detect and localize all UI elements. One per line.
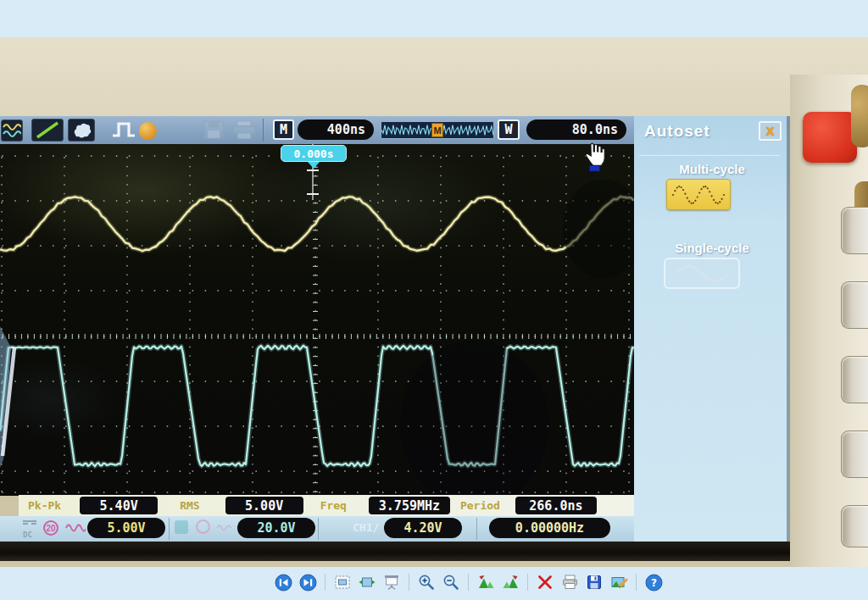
scope-screen <box>0 144 634 496</box>
ch2-scale-readout: 20.0V <box>237 518 315 538</box>
dual-wave-icon <box>3 121 21 140</box>
save-button[interactable] <box>584 571 604 593</box>
slideshow-button[interactable] <box>381 571 402 593</box>
save-status-icon <box>203 120 225 140</box>
zoom-in-button[interactable] <box>416 571 437 593</box>
ch1-wave-icon <box>65 522 86 534</box>
ch2-wave-icon <box>216 522 235 534</box>
edit-icon <box>610 574 628 591</box>
hand-tool-icon <box>68 119 95 142</box>
window-marker: M <box>431 123 443 137</box>
toolbar-separator <box>468 574 469 591</box>
status-separator <box>169 518 170 540</box>
ch1-scale-readout: 5.00V <box>87 518 165 538</box>
help-button[interactable]: ? <box>643 571 664 593</box>
application-window: M 400ns M W 80.0ns 0.000s Pk-Pk 5.40V RM… <box>0 0 868 600</box>
toolbar-separator <box>527 574 528 591</box>
previous-button[interactable] <box>273 571 293 593</box>
question-glyph: ? <box>651 577 657 589</box>
hand-cursor <box>582 142 606 172</box>
scope-side-button <box>841 281 868 329</box>
ch2-coupling-icon <box>175 520 188 534</box>
help-icon: ? <box>645 574 663 592</box>
toolbar-separator <box>409 574 409 591</box>
trigger-position-tag: 0.000s <box>281 145 347 162</box>
coupling-dc-icon: DC <box>23 520 36 541</box>
measurement-value: 3.759MHz <box>369 497 450 514</box>
edit-button[interactable] <box>609 571 629 593</box>
ch2-bandwidth-icon <box>196 519 210 534</box>
trigger-slope-icon <box>31 119 64 142</box>
trigger-level-readout: 4.20V <box>384 518 462 538</box>
measurement-label: Freq <box>320 499 347 512</box>
scope-side-button <box>841 356 868 403</box>
menu-close-button: X <box>759 121 782 141</box>
trigger-source-label: CH1/ <box>353 521 379 534</box>
measurement-label: Period <box>460 499 500 512</box>
waveform-svg <box>0 144 634 496</box>
channels-status-icon <box>1 119 23 142</box>
print-button[interactable] <box>559 571 580 593</box>
autoset-menu: Autoset X Multi-cycle Single-cycle <box>634 116 790 542</box>
next-icon <box>299 574 317 592</box>
fit-to-window-icon <box>334 574 351 591</box>
next-button[interactable] <box>298 571 318 593</box>
actual-size-button[interactable] <box>357 571 377 593</box>
photo-viewport[interactable]: M 400ns M W 80.0ns 0.000s Pk-Pk 5.40V RM… <box>0 37 868 530</box>
delete-x-icon <box>537 574 554 591</box>
measurement-value: 266.0ns <box>515 497 597 514</box>
rotate-left-button[interactable] <box>476 571 496 593</box>
delete-button[interactable] <box>535 571 555 593</box>
zoom-out-icon <box>442 574 459 591</box>
rotate-left-icon <box>477 574 495 591</box>
zoom-in-icon <box>418 574 435 591</box>
status-separator <box>476 518 477 540</box>
scope-red-button <box>803 112 857 163</box>
single-cycle-button <box>664 258 740 289</box>
measurement-label: Pk-Pk <box>28 499 61 512</box>
key-icon <box>162 124 186 136</box>
status-dot-icon <box>139 122 157 140</box>
multi-cycle-label: Multi-cycle <box>634 162 790 176</box>
trigger-position-value: 0.000s <box>294 147 334 160</box>
pulse-icon <box>112 121 136 138</box>
photo-bottom-edge <box>0 561 793 567</box>
close-x-icon: X <box>765 124 774 138</box>
slideshow-icon <box>383 574 400 591</box>
measurement-value: 5.40V <box>80 497 158 514</box>
window-timebase-value: 80.0ns <box>526 119 626 140</box>
print-status-icon <box>231 120 257 140</box>
topbar-separator <box>263 119 264 142</box>
actual-size-icon <box>359 574 376 591</box>
fit-to-window-button[interactable] <box>332 571 353 593</box>
toolbar-separator <box>636 574 637 591</box>
measurement-label: RMS <box>180 499 199 512</box>
lcd-bottom-bezel <box>0 542 793 561</box>
measurement-bar: Pk-Pk 5.40V RMS 5.00V Freq 3.759MHz Peri… <box>19 495 634 516</box>
scope-side-button <box>841 207 868 254</box>
previous-icon <box>275 574 292 592</box>
scope-knob-partial <box>851 85 868 147</box>
menu-title: Autoset <box>644 122 710 141</box>
measurement-value: 5.00V <box>225 497 303 514</box>
multicycle-glyph <box>671 182 726 208</box>
print-icon <box>561 574 579 591</box>
status-separator <box>318 518 319 540</box>
rotate-right-button[interactable] <box>500 571 520 593</box>
main-timebase-badge: M <box>273 119 294 140</box>
main-timebase-value: 400ns <box>298 119 374 140</box>
scope-side-button <box>841 431 868 478</box>
toolbar-separator <box>325 574 326 591</box>
zoom-out-button[interactable] <box>441 571 461 593</box>
single-cycle-label: Single-cycle <box>634 241 790 255</box>
green-slash-icon <box>33 120 62 140</box>
viewer-toolbar: ? <box>273 570 664 594</box>
window-timebase-badge: W <box>498 119 520 140</box>
blob-icon <box>70 121 92 140</box>
record-view-strip: M <box>381 121 494 139</box>
singlecycle-glyph <box>672 262 732 286</box>
menu-divider <box>639 155 780 156</box>
scope-side-button <box>841 505 868 547</box>
trigger-frequency-readout: 0.00000Hz <box>489 518 610 538</box>
rotate-right-icon <box>502 574 520 591</box>
